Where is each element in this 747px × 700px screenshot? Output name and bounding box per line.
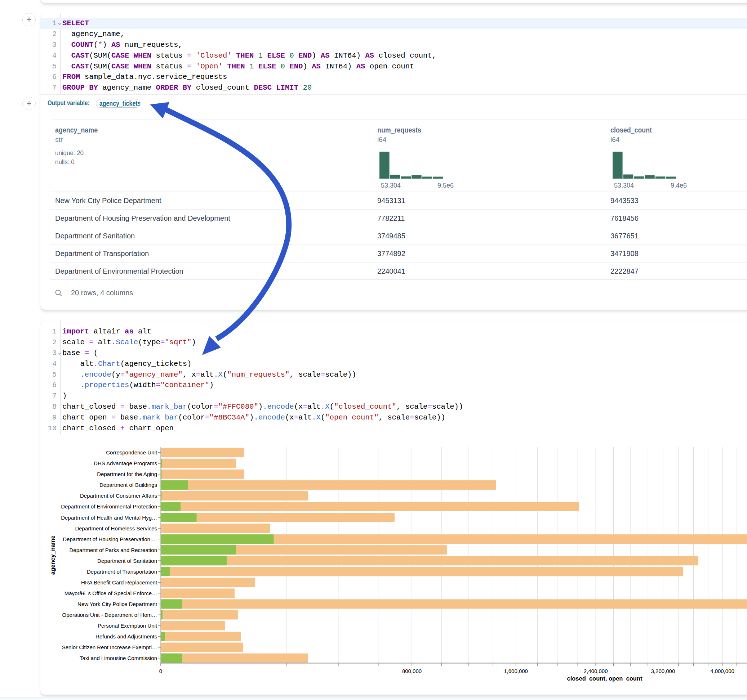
svg-text:Department of Environmental Pr: Department of Environmental Protection bbox=[61, 503, 157, 510]
svg-text:0: 0 bbox=[159, 668, 162, 674]
svg-text:Senior Citizen Rent Increase E: Senior Citizen Rent Increase Exempti… bbox=[62, 644, 157, 650]
svg-text:4,000,000: 4,000,000 bbox=[710, 668, 734, 674]
svg-text:Department of Transportation: Department of Transportation bbox=[87, 569, 157, 575]
svg-text:closed_count, open_count: closed_count, open_count bbox=[567, 675, 643, 682]
svg-text:Department of Housing Preserva: Department of Housing Preservation … bbox=[63, 536, 157, 542]
svg-text:HRA Benefit Card Replacement: HRA Benefit Card Replacement bbox=[81, 579, 157, 585]
svg-text:Department of Sanitation: Department of Sanitation bbox=[97, 558, 157, 564]
svg-text:Department of Health and Menta: Department of Health and Mental Hyg… bbox=[61, 514, 157, 520]
svg-text:Personal Exemption Unit: Personal Exemption Unit bbox=[98, 623, 157, 629]
svg-text:Operations Unit - Department o: Operations Unit - Department of Hom… bbox=[62, 612, 157, 618]
svg-text:2,400,000: 2,400,000 bbox=[584, 668, 608, 674]
svg-text:Department of Consumer Affairs: Department of Consumer Affairs bbox=[80, 493, 157, 499]
svg-text:New York City Police Departmen: New York City Police Department bbox=[77, 601, 157, 607]
svg-text:DHS Advantage Programs: DHS Advantage Programs bbox=[94, 460, 157, 466]
svg-text:Department for the Aging: Department for the Aging bbox=[97, 471, 157, 477]
svg-text:Department of Homeless Service: Department of Homeless Services bbox=[75, 525, 157, 531]
svg-text:3,200,000: 3,200,000 bbox=[651, 668, 675, 674]
svg-text:Refunds and Adjustments: Refunds and Adjustments bbox=[95, 634, 157, 640]
svg-text:Department of Parks and Recrea: Department of Parks and Recreation bbox=[70, 547, 157, 553]
svg-text:Taxi and Limousine Commission: Taxi and Limousine Commission bbox=[80, 655, 157, 661]
svg-text:800,000: 800,000 bbox=[402, 668, 422, 674]
svg-text:1,600,000: 1,600,000 bbox=[504, 668, 528, 674]
svg-text:Mayorâ€ s Office of Special En: Mayorâ€ s Office of Special Enforce… bbox=[65, 590, 157, 596]
svg-text:agency_name: agency_name bbox=[49, 536, 56, 575]
svg-text:Correspondence Unit: Correspondence Unit bbox=[106, 450, 157, 456]
svg-text:Department of Buildings: Department of Buildings bbox=[100, 482, 157, 488]
